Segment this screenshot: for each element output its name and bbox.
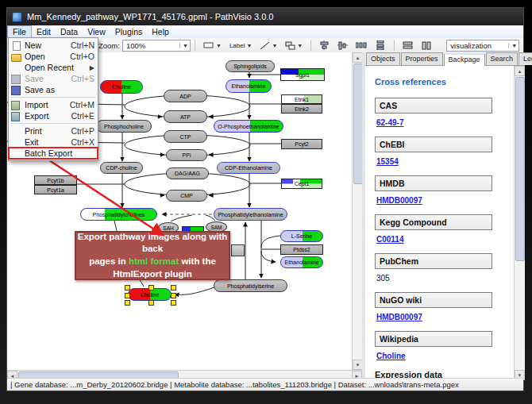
callout-handle[interactable] bbox=[231, 244, 245, 256]
pathway-node-dag-aag[interactable]: DAG/AAG bbox=[166, 167, 209, 179]
common-height-button[interactable] bbox=[418, 40, 434, 52]
xref-header: PubChem bbox=[375, 253, 492, 269]
tab-search[interactable]: Search bbox=[486, 52, 519, 65]
zoom-combo[interactable]: 100% ▼ bbox=[122, 40, 191, 52]
pathvisio-window: Mm_Kennedy_pathway_WP1771_45176.gpml - P… bbox=[6, 7, 524, 391]
menu-edit[interactable]: Edit bbox=[32, 26, 56, 37]
menu-item-label: Import bbox=[25, 100, 64, 110]
selection-handle[interactable] bbox=[148, 285, 154, 290]
toolbar-separator bbox=[195, 40, 195, 51]
pathway-node-ctp[interactable]: CTP bbox=[164, 130, 207, 143]
distribute-horizontal-button[interactable] bbox=[353, 39, 370, 52]
empty-icon-slot bbox=[11, 127, 21, 136]
pathway-node-pcyt1b[interactable]: Pcyt1b bbox=[34, 175, 77, 185]
pathway-node-ethanolamine[interactable]: Ethanolamine bbox=[226, 79, 272, 93]
selection-handle[interactable] bbox=[171, 285, 176, 290]
xref-link[interactable]: C00114 bbox=[376, 235, 514, 244]
canvas-vertical-scrollbar[interactable]: ▲ ▼ bbox=[352, 52, 363, 370]
menu-separator bbox=[10, 123, 96, 124]
chevron-down-icon: ▼ bbox=[246, 43, 252, 48]
chevron-down-icon: ▼ bbox=[179, 43, 188, 48]
pathway-node-cdp-choline[interactable]: CDP-choline bbox=[100, 162, 143, 174]
zoom-label: Zoom: bbox=[98, 41, 120, 50]
label-tool-button[interactable]: Label ▼ bbox=[226, 40, 256, 51]
pathway-node-phosphatidylserine[interactable]: Phosphatidylserine bbox=[214, 279, 287, 292]
menu-plugins[interactable]: Plugins bbox=[110, 26, 147, 37]
file-menu-item-new[interactable]: NewCtrl+N bbox=[9, 40, 98, 51]
xref-link[interactable]: 62-49-7 bbox=[376, 118, 514, 127]
file-menu-item-exit[interactable]: ExitCtrl+X bbox=[9, 137, 98, 148]
common-width-button[interactable] bbox=[399, 40, 416, 52]
align-center-button[interactable] bbox=[316, 39, 333, 52]
align-center-icon bbox=[319, 40, 330, 50]
scroll-up-icon[interactable]: ▲ bbox=[515, 66, 525, 76]
new-icon bbox=[11, 41, 21, 50]
tab-backpage[interactable]: Backpage bbox=[444, 53, 485, 66]
pathway-node-ptdss2[interactable]: Ptdss2 bbox=[280, 244, 323, 255]
xref-link[interactable]: HMDB00097 bbox=[376, 313, 514, 321]
file-menu-item-print[interactable]: PrintCtrl+P bbox=[9, 125, 98, 137]
menu-view[interactable]: View bbox=[83, 26, 110, 37]
pathway-node-phosphocholine[interactable]: Phosphocholine bbox=[96, 120, 152, 133]
pathway-node-sgpl1[interactable]: Sgpl1 bbox=[280, 68, 325, 81]
tab-properties[interactable]: Properties bbox=[401, 52, 443, 65]
xref-section-pubchem: PubChem305 bbox=[375, 253, 514, 283]
line-tool-button[interactable]: ▼ bbox=[256, 40, 280, 52]
annotation-callout[interactable]: Export pathway images along with back pa… bbox=[75, 231, 230, 280]
pathway-node-etnk2[interactable]: Etnk2 bbox=[281, 104, 322, 114]
pathway-node-adp[interactable]: ADP bbox=[164, 90, 207, 102]
selection-handle[interactable] bbox=[125, 293, 130, 298]
file-menu-item-open-recent[interactable]: Open Recent▶ bbox=[9, 62, 98, 73]
pathway-node-o-phosphoethanolamine[interactable]: O-Phosphoethanolamine bbox=[214, 120, 283, 133]
file-menu-item-open[interactable]: OpenCtrl+O bbox=[9, 51, 98, 62]
menu-data[interactable]: Data bbox=[56, 26, 83, 37]
pathway-node-ethanolamine[interactable]: Ethanolamine bbox=[280, 256, 323, 268]
pathway-node-cept1[interactable]: Cept1 bbox=[281, 179, 322, 189]
distribute-vertical-button[interactable] bbox=[372, 39, 389, 52]
tab-legend[interactable]: Legend bbox=[519, 52, 532, 65]
panel-vertical-scrollbar[interactable]: ▲ ▼ bbox=[514, 66, 525, 380]
shape-tool-button[interactable]: ▼ bbox=[282, 40, 306, 52]
pathway-node-ppi[interactable]: PPi bbox=[166, 149, 207, 161]
callout-line3: HtmlExport plugin bbox=[76, 268, 229, 281]
menu-help[interactable]: Help bbox=[147, 26, 174, 37]
callout-highlight: html format bbox=[129, 256, 179, 266]
xref-header: CAS bbox=[375, 98, 492, 114]
selection-handle[interactable] bbox=[125, 285, 130, 290]
pathway-node-pcyt1a[interactable]: Pcyt1a bbox=[34, 185, 77, 194]
file-menu-item-export[interactable]: ExportCtrl+E bbox=[9, 110, 98, 121]
file-menu-item-import[interactable]: ImportCtrl+M bbox=[9, 99, 98, 110]
tab-objects[interactable]: Objects bbox=[366, 52, 400, 65]
pathway-node-phosphatidylethanolamine[interactable]: Phosphatidylethanolamine bbox=[214, 208, 287, 221]
selection-handle[interactable] bbox=[148, 300, 154, 306]
visualization-combo[interactable]: visualization ▼ bbox=[446, 40, 519, 52]
selection-handle[interactable] bbox=[171, 300, 176, 306]
xref-link[interactable]: 15354 bbox=[376, 157, 514, 166]
xref-value: 305 bbox=[376, 274, 514, 283]
pathway-node-cdp-ethanolamine[interactable]: CDP-Ethanolamine bbox=[217, 162, 280, 174]
pathway-node-etnk1[interactable]: Etnk1 bbox=[281, 94, 322, 104]
pathway-node-phosphatidylcholines[interactable]: Phosphatidylcholines bbox=[80, 208, 157, 221]
selection-handle[interactable] bbox=[125, 300, 130, 306]
pathway-node-choline[interactable]: Choline bbox=[100, 80, 143, 94]
menu-shortcut: Ctrl+M bbox=[70, 100, 94, 110]
align-middle-button[interactable] bbox=[334, 39, 351, 52]
pathway-node-l-serine[interactable]: L-Serine bbox=[280, 230, 323, 242]
menu-item-label: Open bbox=[25, 52, 64, 61]
pathway-node-sphingolipids[interactable]: Sphingolipids bbox=[226, 60, 275, 72]
menu-file[interactable]: File bbox=[7, 25, 32, 38]
pathway-node-atp[interactable]: ATP bbox=[164, 110, 207, 123]
visualization-value: visualization bbox=[450, 41, 492, 50]
gene-datanode-tool-button[interactable]: ▼ bbox=[200, 40, 225, 51]
panel-scroll-thumb[interactable] bbox=[515, 77, 525, 261]
file-menu-item-save-as[interactable]: Save as bbox=[9, 84, 98, 95]
pathway-node-pcyt2[interactable]: Pcyt2 bbox=[281, 139, 322, 149]
selection-handle[interactable] bbox=[171, 293, 176, 298]
submenu-arrow-icon: ▶ bbox=[90, 64, 94, 71]
menu-item-label: Exit bbox=[25, 137, 65, 147]
menu-item-label: Save bbox=[25, 74, 65, 83]
xref-link[interactable]: HMDB00097 bbox=[376, 196, 514, 205]
file-menu-item-batch-export[interactable]: Batch Export bbox=[9, 148, 98, 159]
xref-link[interactable]: Choline bbox=[376, 352, 514, 360]
pathway-node-cmp[interactable]: CMP bbox=[166, 190, 207, 202]
